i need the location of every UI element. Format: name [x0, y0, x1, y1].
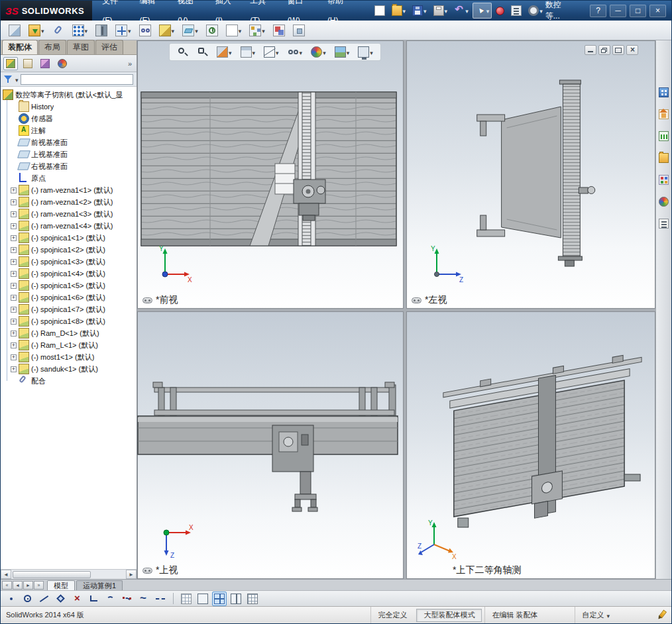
tree-item[interactable]: 数控等离子切割机 (默认<默认_显: [3, 89, 137, 101]
tree-item[interactable]: 配合: [3, 375, 137, 387]
manager-overflow-chevron[interactable]: »: [128, 60, 134, 68]
filter-dropdown-arrow-icon[interactable]: [15, 75, 19, 84]
tree-item[interactable]: (-) Ram_L<1> (默认): [3, 339, 137, 351]
tree-item[interactable]: (-) ram-vezna1<2> (默认): [3, 196, 137, 208]
minimize-button[interactable]: ─: [610, 5, 626, 17]
print-button[interactable]: [431, 3, 451, 19]
doc-minimize-button[interactable]: [585, 45, 596, 55]
tree-item[interactable]: 右视基准面: [3, 160, 137, 172]
tree-item[interactable]: 原点: [3, 172, 137, 184]
edit-component-button[interactable]: [6, 23, 23, 38]
section-view-button[interactable]: [214, 44, 235, 60]
tree-horizontal-scrollbar[interactable]: ◄ ►: [1, 569, 137, 579]
expand-icon[interactable]: [11, 199, 17, 205]
reference-geometry-button[interactable]: [180, 23, 201, 38]
doc-restore-button[interactable]: [598, 45, 610, 55]
polygon-button[interactable]: [54, 592, 68, 606]
tab-evaluate[interactable]: 评估: [95, 40, 123, 54]
doc-close-button[interactable]: [626, 45, 638, 55]
view-orientation-button[interactable]: [238, 44, 258, 60]
expand-icon[interactable]: [11, 211, 17, 217]
viewport-left[interactable]: Y Z *左视: [406, 40, 655, 309]
mate-button[interactable]: [50, 23, 67, 38]
taskpane-view-palette-button[interactable]: [656, 172, 671, 187]
new-motion-study-button[interactable]: [203, 23, 221, 38]
save-button[interactable]: [410, 3, 429, 19]
tree-item[interactable]: (-) spojnica1<3> (默认): [3, 256, 137, 268]
viewport-front[interactable]: Y X *前视: [137, 40, 404, 309]
open-button[interactable]: [389, 3, 409, 19]
expand-icon[interactable]: [11, 283, 17, 289]
zoom-area-button[interactable]: [194, 44, 211, 60]
expand-icon[interactable]: [11, 307, 17, 313]
edit-appearance-button[interactable]: [308, 44, 329, 60]
propertymanager-tab[interactable]: [21, 57, 35, 70]
filter-funnel-icon[interactable]: [4, 75, 13, 83]
expand-icon[interactable]: [11, 187, 17, 193]
expand-icon[interactable]: [11, 342, 17, 348]
tree-item[interactable]: (-) spojnica1<2> (默认): [3, 244, 137, 256]
assembly-features-button[interactable]: [156, 23, 178, 38]
file-properties-button[interactable]: [508, 3, 524, 19]
expand-icon[interactable]: [11, 235, 17, 241]
scroll-left-icon[interactable]: ◄: [1, 570, 11, 579]
view-settings-button[interactable]: [355, 44, 376, 60]
hide-show-items-button[interactable]: [285, 44, 306, 60]
smart-dimension-button[interactable]: [87, 592, 101, 606]
design-table-button[interactable]: [245, 592, 260, 606]
new-document-button[interactable]: [372, 3, 388, 19]
smart-fasteners-button[interactable]: [93, 23, 110, 38]
large-assembly-mode-toggle[interactable]: 大型装配体模式: [416, 609, 482, 622]
taskpane-custom-properties-button[interactable]: [656, 215, 671, 231]
expand-icon[interactable]: [11, 247, 17, 253]
tree-item[interactable]: 传感器: [3, 113, 137, 125]
expand-icon[interactable]: [11, 259, 17, 265]
taskpane-resources-button[interactable]: [656, 84, 671, 100]
taskpane-home-button[interactable]: [656, 106, 671, 122]
line-button[interactable]: [37, 592, 52, 606]
tab-model[interactable]: 模型: [47, 580, 75, 590]
edit-pencil-icon[interactable]: [656, 610, 666, 620]
display-style-button[interactable]: [261, 44, 282, 60]
single-view-button[interactable]: [196, 592, 210, 606]
tree-item[interactable]: (-) ram-vezna1<3> (默认): [3, 208, 137, 220]
insert-components-button[interactable]: [26, 23, 47, 38]
tree-item[interactable]: (-) spojnica1<8> (默认): [3, 315, 137, 327]
displaymanager-tab[interactable]: [55, 57, 70, 70]
point-button[interactable]: [4, 592, 19, 606]
interference-detection-button[interactable]: [270, 23, 288, 38]
two-view-button[interactable]: [229, 592, 243, 606]
four-view-button[interactable]: [212, 592, 227, 606]
show-hidden-components-button[interactable]: [137, 23, 154, 38]
options-button[interactable]: [526, 3, 545, 19]
exploded-view-button[interactable]: [247, 23, 268, 38]
tangent-arc-button[interactable]: [103, 592, 118, 606]
scroll-next-button[interactable]: ►: [23, 581, 33, 590]
doc-maximize-button[interactable]: [612, 45, 624, 55]
tree-item[interactable]: (-) ram-vezna1<1> (默认): [3, 184, 137, 196]
feature-filter-input[interactable]: [21, 74, 133, 85]
centerline-button[interactable]: [153, 592, 168, 606]
trim-entities-button[interactable]: [70, 592, 85, 606]
apply-scene-button[interactable]: [332, 44, 353, 60]
featuremanager-tab[interactable]: [3, 57, 18, 70]
taskpane-appearances-button[interactable]: [656, 193, 671, 209]
select-button[interactable]: [473, 3, 492, 19]
tree-item[interactable]: (-) sanduk<1> (默认): [3, 363, 137, 375]
tree-item[interactable]: (-) Ram_D<1> (默认): [3, 327, 137, 339]
tab-layout[interactable]: 布局: [38, 40, 66, 54]
tree-item[interactable]: (-) most1<1> (默认): [3, 351, 137, 363]
tree-item[interactable]: (-) spojnica1<7> (默认): [3, 303, 137, 315]
taskpane-design-library-button[interactable]: [656, 128, 671, 144]
tree-item[interactable]: 注解: [3, 125, 137, 136]
rebuild-button[interactable]: [493, 3, 507, 19]
move-component-button[interactable]: [113, 23, 134, 38]
circle-button[interactable]: [21, 592, 35, 606]
expand-icon[interactable]: [11, 331, 17, 337]
help-button[interactable]: ?: [590, 5, 606, 17]
taskpane-file-explorer-button[interactable]: [656, 150, 671, 166]
tree-item[interactable]: History: [3, 101, 137, 113]
tree-item[interactable]: (-) spojnica1<4> (默认): [3, 268, 137, 280]
tab-sketch[interactable]: 草图: [67, 40, 95, 54]
scroll-prev-button[interactable]: ◄: [13, 581, 23, 590]
